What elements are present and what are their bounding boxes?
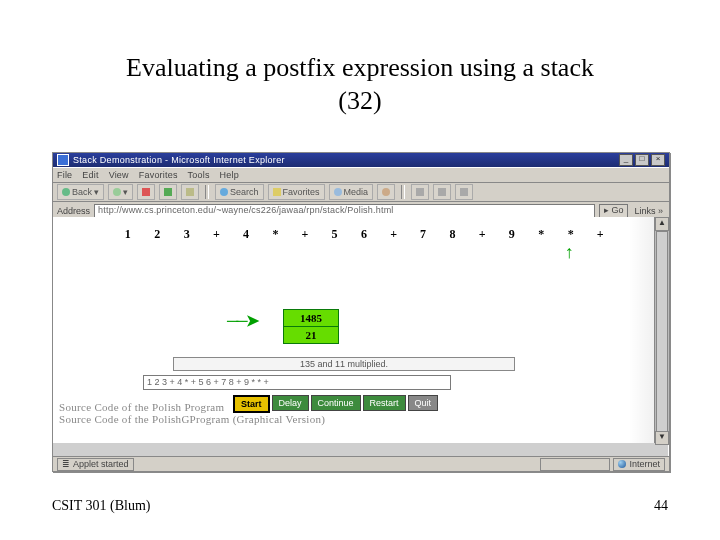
home-button[interactable] [181, 184, 199, 200]
current-token-arrow-icon: ↑ [565, 243, 574, 261]
star-icon [273, 188, 281, 196]
token: + [202, 227, 232, 242]
menu-file[interactable]: File [57, 170, 72, 180]
page-number: 44 [654, 498, 668, 514]
stack-push-arrow-icon: ──➤ [227, 311, 257, 330]
print-icon [438, 188, 446, 196]
refresh-button[interactable] [159, 184, 177, 200]
token: * [556, 227, 586, 242]
page-links: Source Code of the Polish Program Source… [59, 401, 325, 425]
minimize-button[interactable]: _ [619, 154, 633, 166]
status-left: ≣ Applet started [57, 458, 134, 471]
operation-message: 135 and 11 multiplied. [173, 357, 515, 371]
tool-bar: Back ▾ ▾ Search Favorites Media [53, 183, 669, 202]
expression-input-row: 1 2 3 + 4 * + 5 6 + 7 8 + 9 * * + [143, 375, 451, 390]
status-pane-empty [540, 458, 610, 471]
status-zone: Internet [613, 458, 665, 471]
forward-button[interactable]: ▾ [108, 184, 133, 200]
token: + [379, 227, 409, 242]
browser-window: Stack Demonstration - Microsoft Internet… [52, 152, 670, 472]
token: * [526, 227, 556, 242]
scroll-thumb[interactable] [656, 231, 668, 433]
footer-course: CSIT 301 (Blum) [52, 498, 151, 514]
slide-title: Evaluating a postfix expression using a … [0, 52, 720, 117]
vertical-scrollbar[interactable]: ▲ ▼ [654, 217, 669, 443]
slide-title-line2: (32) [338, 86, 381, 115]
window-titlebar: Stack Demonstration - Microsoft Internet… [53, 153, 669, 167]
mail-button[interactable] [411, 184, 429, 200]
history-icon [382, 188, 390, 196]
ie-app-icon [57, 154, 69, 166]
menu-view[interactable]: View [109, 170, 129, 180]
search-icon [220, 188, 228, 196]
edit-button[interactable] [455, 184, 473, 200]
refresh-icon [164, 188, 172, 196]
menu-help[interactable]: Help [220, 170, 239, 180]
source-link-1[interactable]: Source Code of the Polish Program [59, 401, 325, 413]
edit-icon [460, 188, 468, 196]
print-button[interactable] [433, 184, 451, 200]
close-button[interactable]: × [651, 154, 665, 166]
search-button[interactable]: Search [215, 184, 264, 200]
media-button[interactable]: Media [329, 184, 374, 200]
token: 9 [497, 227, 527, 242]
token: 2 [143, 227, 173, 242]
slide-title-line1: Evaluating a postfix expression using a … [126, 53, 594, 82]
token: 4 [231, 227, 261, 242]
window-title-text: Stack Demonstration - Microsoft Internet… [73, 155, 619, 165]
stack-value: 21 [283, 326, 339, 344]
stack-visual: ──➤ 1485 21 [283, 309, 339, 343]
token: 3 [172, 227, 202, 242]
history-button[interactable] [377, 184, 395, 200]
page-content: 1 2 3 + 4 * + 5 6 + 7 8 + 9 * * + ↑ ──➤ [53, 217, 655, 443]
stack-top-value: 1485 [283, 309, 339, 327]
token: 8 [438, 227, 468, 242]
applet-status-icon: ≣ [62, 459, 70, 470]
token: 6 [349, 227, 379, 242]
forward-icon [113, 188, 121, 196]
back-icon [62, 188, 70, 196]
favorites-button[interactable]: Favorites [268, 184, 325, 200]
token: + [586, 227, 616, 242]
mail-icon [416, 188, 424, 196]
restart-button[interactable]: Restart [363, 395, 406, 411]
stop-icon [142, 188, 150, 196]
status-bar: ≣ Applet started Internet [53, 456, 669, 471]
quit-button[interactable]: Quit [408, 395, 439, 411]
menu-bar: File Edit View Favorites Tools Help [53, 167, 669, 183]
address-label: Address [57, 206, 90, 216]
home-icon [186, 188, 194, 196]
media-icon [334, 188, 342, 196]
back-button[interactable]: Back ▾ [57, 184, 104, 200]
scroll-up-icon[interactable]: ▲ [655, 217, 669, 231]
menu-tools[interactable]: Tools [188, 170, 210, 180]
token: + [467, 227, 497, 242]
token: 1 [113, 227, 143, 242]
token: 5 [320, 227, 350, 242]
scroll-down-icon[interactable]: ▼ [655, 431, 669, 445]
expression-input[interactable]: 1 2 3 + 4 * + 5 6 + 7 8 + 9 * * + [143, 375, 451, 390]
token: * [261, 227, 291, 242]
menu-favorites[interactable]: Favorites [139, 170, 178, 180]
expression-tokens: 1 2 3 + 4 * + 5 6 + 7 8 + 9 * * + [113, 227, 615, 242]
globe-icon [618, 460, 626, 468]
menu-edit[interactable]: Edit [82, 170, 98, 180]
token: + [290, 227, 320, 242]
source-link-2[interactable]: Source Code of the PolishGProgram (Graph… [59, 413, 325, 425]
stop-button[interactable] [137, 184, 155, 200]
links-label[interactable]: Links » [632, 206, 665, 216]
maximize-button[interactable]: □ [635, 154, 649, 166]
token: 7 [408, 227, 438, 242]
